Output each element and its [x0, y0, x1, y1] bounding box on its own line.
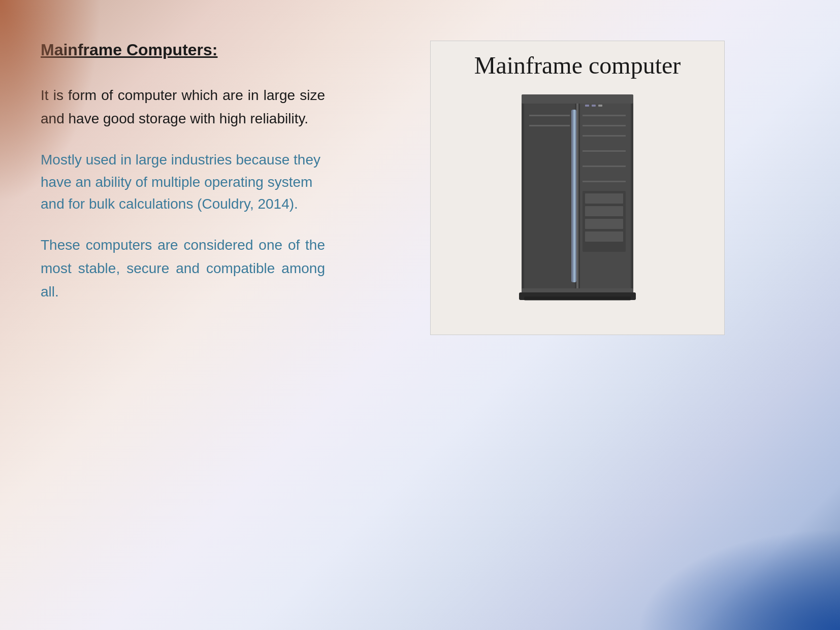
image-title: Mainframe computer [474, 51, 681, 79]
mainframe-illustration [511, 89, 643, 303]
svg-rect-10 [583, 135, 626, 137]
paragraph-1: It is form of computer which are in larg… [41, 84, 325, 130]
paragraph-3: These computers are considered one of th… [41, 234, 325, 304]
right-column: Mainframe computer [325, 30, 799, 335]
svg-rect-1 [524, 97, 575, 295]
svg-rect-7 [573, 110, 575, 282]
svg-rect-9 [583, 125, 626, 126]
svg-rect-14 [529, 115, 570, 116]
svg-rect-25 [524, 296, 631, 301]
paragraph-2: Mostly used in large industries because … [41, 149, 325, 215]
left-column: Mainframe Computers: It is form of compu… [41, 30, 325, 322]
svg-rect-18 [598, 105, 602, 107]
slide-heading: Mainframe Computers: [41, 41, 325, 59]
svg-rect-11 [583, 150, 626, 152]
svg-rect-17 [592, 105, 596, 107]
svg-rect-20 [585, 193, 623, 204]
svg-rect-22 [585, 219, 623, 229]
svg-rect-15 [529, 125, 570, 126]
svg-rect-23 [585, 231, 623, 242]
svg-rect-8 [583, 115, 626, 116]
svg-rect-21 [585, 206, 623, 216]
svg-rect-13 [583, 181, 626, 182]
svg-rect-16 [585, 105, 589, 107]
image-container: Mainframe computer [430, 41, 725, 335]
slide: Mainframe Computers: It is form of compu… [0, 0, 840, 630]
svg-rect-3 [576, 94, 578, 297]
svg-rect-4 [522, 94, 633, 104]
svg-rect-12 [583, 165, 626, 167]
